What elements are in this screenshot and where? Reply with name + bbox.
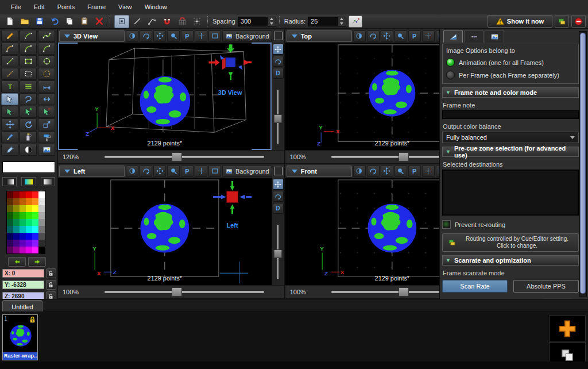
projector-view-button[interactable]: P <box>408 166 421 177</box>
paint-roller-tool[interactable] <box>38 131 55 143</box>
background-button[interactable]: Background <box>222 166 272 177</box>
ellipse-tool[interactable] <box>38 55 55 67</box>
spacing-up-button[interactable] <box>268 17 276 22</box>
viewport-3d-view-selector[interactable]: 3D View <box>59 30 125 42</box>
add-frame-button[interactable] <box>549 316 586 341</box>
pencil-tool[interactable] <box>1 30 18 42</box>
spacing-down-button[interactable] <box>268 21 276 26</box>
palette-color[interactable] <box>26 205 32 212</box>
radio-per-frame-row[interactable]: Per Frame (each Frame separately) <box>446 71 575 79</box>
projector-view-button[interactable]: P <box>181 30 194 42</box>
frame-thumbnail-1[interactable]: 1 Raster-wrap.... <box>2 314 38 360</box>
viewport-top-view-selector[interactable]: Top <box>287 30 352 42</box>
palette-color[interactable] <box>7 219 13 226</box>
lasso-select-tool[interactable] <box>20 93 37 105</box>
output-color-balance-select[interactable]: Fully balanced <box>442 132 579 143</box>
detach-viewport-button[interactable] <box>274 32 283 40</box>
orbit-button[interactable] <box>140 30 152 42</box>
tab-image-options[interactable] <box>485 30 504 43</box>
palette-color[interactable] <box>32 205 38 212</box>
render-mode-button[interactable] <box>126 30 138 42</box>
orbit-button[interactable] <box>367 30 380 42</box>
prevent-rerouting-row[interactable]: Prevent re-routing <box>442 220 579 229</box>
zoom-slider-handle[interactable] <box>399 152 409 162</box>
viewport-front-view-selector[interactable]: Front <box>287 166 352 177</box>
section-precue[interactable]: ▼ Pre-cue zone selection (for advanced u… <box>442 147 579 157</box>
bw-gradient-button[interactable] <box>2 177 17 186</box>
image-tool[interactable] <box>38 144 55 156</box>
palette-color[interactable] <box>13 233 20 240</box>
line-tool[interactable] <box>1 55 18 67</box>
section-frame-note[interactable]: ▼ Frame note and color mode <box>442 87 579 98</box>
strip-orbit-button[interactable] <box>273 56 284 67</box>
render-mode-button[interactable] <box>353 166 366 177</box>
pan-button[interactable] <box>381 166 393 177</box>
projector-view-button[interactable]: P <box>181 166 194 177</box>
arc-tool[interactable] <box>1 43 18 55</box>
orbit-button[interactable] <box>367 166 380 177</box>
section-scanrate[interactable]: ▼ Scanrate and optmization <box>442 255 579 266</box>
pan-button[interactable] <box>153 166 166 177</box>
lock-y-button[interactable] <box>46 280 56 290</box>
spacing-input[interactable] <box>238 17 267 26</box>
coord-x-field[interactable]: X: 0 <box>2 269 44 278</box>
viewport-left-view-selector[interactable]: Left <box>59 166 125 177</box>
select-points-tool[interactable] <box>1 106 18 118</box>
new-button[interactable] <box>3 16 17 28</box>
zoom-slider-handle[interactable] <box>172 287 182 297</box>
palette-color[interactable] <box>13 226 20 233</box>
zoom-slider[interactable] <box>89 286 280 298</box>
palette-color[interactable] <box>38 247 45 253</box>
palette-color[interactable] <box>7 198 13 205</box>
text-tool[interactable] <box>1 80 18 93</box>
projector-view-button[interactable]: P <box>408 30 421 42</box>
palette-color[interactable] <box>26 226 32 233</box>
blackout-button[interactable] <box>571 15 586 28</box>
frame-note-input[interactable] <box>442 110 579 119</box>
palette-color[interactable] <box>26 233 32 240</box>
white-gradient-button[interactable] <box>41 177 55 186</box>
radio-selected-icon[interactable] <box>446 58 455 67</box>
menu-view[interactable]: View <box>112 1 138 13</box>
palette-color[interactable] <box>38 219 45 226</box>
move-tool[interactable] <box>1 118 18 130</box>
crosshair-button[interactable] <box>195 30 207 42</box>
delete-button[interactable] <box>92 16 106 28</box>
zoom-slider-handle[interactable] <box>399 287 409 297</box>
palette-color[interactable] <box>26 198 32 205</box>
palette-color[interactable] <box>7 191 13 198</box>
strip-pan-button[interactable] <box>273 44 284 55</box>
magnet-tool-button[interactable] <box>160 16 174 28</box>
palette-color[interactable] <box>38 191 45 198</box>
zoom-button[interactable] <box>167 30 180 42</box>
palette-color[interactable] <box>13 247 20 253</box>
scale-tool[interactable] <box>38 118 55 130</box>
projection-zones-button[interactable] <box>555 15 569 28</box>
strip-pan-button[interactable] <box>273 179 284 190</box>
current-color-swatch[interactable] <box>2 162 55 173</box>
zoom-slider-handle[interactable] <box>172 152 182 162</box>
palette-color[interactable] <box>20 219 26 226</box>
menu-window[interactable]: Window <box>138 1 173 13</box>
rotate-tool[interactable] <box>20 118 37 130</box>
render-mode-button[interactable] <box>126 166 138 177</box>
eyedropper-tool[interactable] <box>1 144 18 156</box>
line-tool-button[interactable] <box>130 16 144 28</box>
palette-color[interactable] <box>38 198 45 205</box>
radius-input[interactable] <box>308 17 337 26</box>
panel-scrollbar[interactable] <box>579 31 587 297</box>
palette-color[interactable] <box>13 212 20 219</box>
zoom-button[interactable] <box>167 166 180 177</box>
depth-slider-handle[interactable] <box>274 114 283 123</box>
strip-depth-button[interactable]: D <box>273 203 284 214</box>
pan-button[interactable] <box>153 30 166 42</box>
palette-color[interactable] <box>26 240 32 247</box>
rectangle-tool[interactable] <box>20 55 37 67</box>
lock-x-button[interactable] <box>46 268 56 278</box>
palette-next-button[interactable] <box>28 257 46 267</box>
palette-color[interactable] <box>26 212 32 219</box>
pan-button[interactable] <box>381 30 393 42</box>
palette-color[interactable] <box>26 247 32 253</box>
crosshair-button[interactable] <box>195 166 207 177</box>
orbit-button[interactable] <box>140 166 152 177</box>
